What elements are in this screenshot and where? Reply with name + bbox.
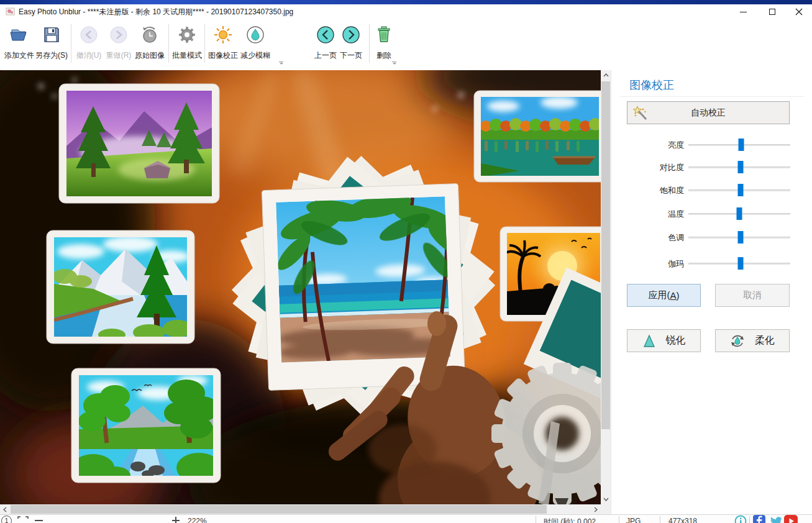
image-correction-panel: 图像校正 自动校正 亮度 对比度 饱和度 温度 色调 伽玛 应用(A) xyxy=(611,70,812,523)
toolbar-button-redo[interactable]: 重做(R) xyxy=(104,23,133,66)
image-resolution: 477x318 xyxy=(668,517,697,523)
close-button[interactable] xyxy=(790,4,808,19)
undo-arrow-icon xyxy=(75,24,103,48)
scroll-right-button[interactable] xyxy=(591,504,601,514)
toolbar-separator xyxy=(71,24,71,63)
youtube-icon[interactable] xyxy=(784,515,798,523)
magic-wand-icon xyxy=(632,105,649,124)
scroll-down-button[interactable] xyxy=(601,494,611,504)
panel-title: 图像校正 xyxy=(629,78,674,93)
slider-label-tint: 色调 xyxy=(637,232,684,243)
window-top-edge xyxy=(0,0,812,4)
toolbar-overflow-icon[interactable] xyxy=(391,61,397,66)
apply-mnemonic: A xyxy=(670,290,676,301)
sharpen-button[interactable]: 锐化 xyxy=(627,329,701,352)
twitter-icon[interactable] xyxy=(769,515,782,523)
slider-handle[interactable] xyxy=(737,257,743,270)
maximize-icon xyxy=(769,9,775,15)
zoom-level-value: 222% xyxy=(188,517,207,523)
toolbar-button-reduce-blur[interactable]: 减少模糊 xyxy=(239,23,271,66)
toolbar-button-add-file[interactable]: 添加文件 xyxy=(4,23,35,66)
slider-handle[interactable] xyxy=(739,139,744,151)
vertical-scroll-thumb[interactable] xyxy=(601,81,610,429)
titlebar: Easy Photo Unblur - ****未注册版 - 剩余 10 天试用… xyxy=(0,4,812,19)
statusbar-separator xyxy=(619,516,619,523)
facebook-icon[interactable] xyxy=(753,515,765,523)
zoom-in-icon[interactable] xyxy=(171,516,180,523)
statusbar: 1 222% 时间 (秒): 0.002 JPG 477x318 xyxy=(0,514,812,523)
apply-label-suffix: ) xyxy=(677,290,680,301)
vertical-scrollbar[interactable] xyxy=(601,70,611,504)
apply-button[interactable]: 应用(A) xyxy=(627,284,701,307)
horizontal-scroll-thumb[interactable] xyxy=(11,505,547,514)
app-icon xyxy=(6,7,15,19)
next-circle-icon xyxy=(339,24,363,48)
toolbar-button-undo[interactable]: 撤消(U) xyxy=(75,23,103,66)
save-floppy-icon xyxy=(35,24,68,48)
slider-handle[interactable] xyxy=(737,184,743,196)
history-clock-icon xyxy=(134,24,165,48)
scrollbar-corner xyxy=(601,504,611,514)
photo-canvas[interactable] xyxy=(0,70,601,504)
contrast-slider[interactable] xyxy=(688,161,790,173)
toolbar-overflow-icon[interactable] xyxy=(278,61,284,66)
slider-label-brightness: 亮度 xyxy=(637,140,684,151)
toolbar-button-image-correction[interactable]: 图像校正 xyxy=(208,23,238,66)
toolbar-button-delete[interactable]: 删除 xyxy=(373,23,395,66)
toolbar-button-next-page[interactable]: 下一页 xyxy=(339,23,363,66)
zoom-out-icon[interactable] xyxy=(35,520,43,521)
prev-circle-icon xyxy=(313,24,338,48)
actual-size-glyph: 1 xyxy=(5,517,9,523)
close-icon xyxy=(795,8,803,16)
maximize-button[interactable] xyxy=(763,4,782,19)
horizontal-scrollbar[interactable] xyxy=(0,504,601,514)
slider-label-gamma: 伽玛 xyxy=(637,258,684,270)
minimize-icon xyxy=(740,12,747,12)
statusbar-separator xyxy=(749,516,750,523)
saturation-slider[interactable] xyxy=(688,184,790,196)
toolbar-separator xyxy=(369,24,370,63)
auto-correct-button[interactable]: 自动校正 xyxy=(627,101,790,124)
toolbar-button-batch-mode[interactable]: 批量模式 xyxy=(172,23,202,66)
toolbar-separator xyxy=(204,24,205,63)
auto-correct-label: 自动校正 xyxy=(691,107,726,119)
temperature-slider[interactable] xyxy=(688,207,790,220)
tint-slider[interactable] xyxy=(688,231,790,243)
fit-to-screen-icon[interactable] xyxy=(17,516,29,523)
processing-time: 时间 (秒): 0.002 xyxy=(544,517,596,523)
scroll-left-button[interactable] xyxy=(0,504,10,514)
slider-handle[interactable] xyxy=(737,207,742,220)
photo-preview-image xyxy=(0,70,601,504)
slider-label-contrast: 对比度 xyxy=(637,162,684,173)
brightness-slider[interactable] xyxy=(688,139,790,151)
cancel-button[interactable]: 取消 xyxy=(715,284,790,307)
gamma-slider[interactable] xyxy=(688,257,790,270)
toolbar-separator xyxy=(168,24,169,63)
cancel-label: 取消 xyxy=(743,289,762,301)
slider-handle[interactable] xyxy=(737,161,743,173)
toolbar-button-save-as[interactable]: 另存为(S) xyxy=(35,23,68,66)
droplet-circle-icon xyxy=(239,24,271,48)
sun-icon xyxy=(208,24,238,48)
soften-button[interactable]: 柔化 xyxy=(715,329,790,352)
open-folder-icon xyxy=(4,24,35,48)
file-format: JPG xyxy=(626,517,641,523)
statusbar-separator xyxy=(536,516,536,523)
apply-label: 应用( xyxy=(648,289,670,301)
redo-arrow-icon xyxy=(104,24,133,48)
minimize-button[interactable] xyxy=(734,4,752,19)
divider xyxy=(620,96,805,97)
toolbar-button-original-image[interactable]: 原始图像 xyxy=(134,23,165,66)
soften-label: 柔化 xyxy=(755,334,775,347)
actual-size-icon[interactable]: 1 xyxy=(1,516,12,523)
sharpen-label: 锐化 xyxy=(666,334,686,347)
window-title: Easy Photo Unblur - ****未注册版 - 剩余 10 天试用… xyxy=(19,7,293,17)
slider-label-saturation: 饱和度 xyxy=(637,185,684,196)
toolbar-button-prev-page[interactable]: 上一页 xyxy=(313,23,338,66)
soften-droplet-icon xyxy=(730,334,745,348)
trash-icon xyxy=(373,24,395,48)
slider-handle[interactable] xyxy=(737,231,743,243)
statusbar-separator xyxy=(660,516,660,523)
info-icon[interactable] xyxy=(734,515,747,523)
scroll-up-button[interactable] xyxy=(601,70,611,80)
